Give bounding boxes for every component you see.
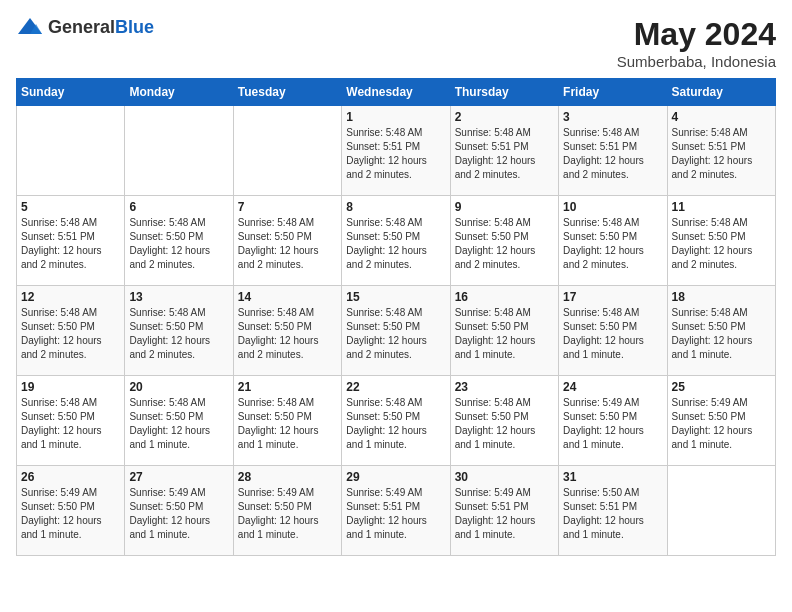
calendar-week-5: 26Sunrise: 5:49 AM Sunset: 5:50 PM Dayli… [17,466,776,556]
day-number: 17 [563,290,662,304]
calendar-cell: 10Sunrise: 5:48 AM Sunset: 5:50 PM Dayli… [559,196,667,286]
day-number: 6 [129,200,228,214]
calendar-cell: 21Sunrise: 5:48 AM Sunset: 5:50 PM Dayli… [233,376,341,466]
day-info: Sunrise: 5:48 AM Sunset: 5:51 PM Dayligh… [563,126,662,182]
day-info: Sunrise: 5:48 AM Sunset: 5:50 PM Dayligh… [21,396,120,452]
day-number: 5 [21,200,120,214]
day-number: 20 [129,380,228,394]
calendar-cell: 28Sunrise: 5:49 AM Sunset: 5:50 PM Dayli… [233,466,341,556]
day-number: 25 [672,380,771,394]
day-info: Sunrise: 5:48 AM Sunset: 5:50 PM Dayligh… [455,396,554,452]
day-number: 2 [455,110,554,124]
header-wednesday: Wednesday [342,79,450,106]
day-number: 15 [346,290,445,304]
header-tuesday: Tuesday [233,79,341,106]
calendar-cell: 3Sunrise: 5:48 AM Sunset: 5:51 PM Daylig… [559,106,667,196]
day-number: 3 [563,110,662,124]
calendar-cell: 15Sunrise: 5:48 AM Sunset: 5:50 PM Dayli… [342,286,450,376]
day-number: 18 [672,290,771,304]
day-number: 22 [346,380,445,394]
calendar-cell: 9Sunrise: 5:48 AM Sunset: 5:50 PM Daylig… [450,196,558,286]
logo-general: General [48,17,115,37]
title-area: May 2024 Sumberbaba, Indonesia [617,16,776,70]
calendar-cell [125,106,233,196]
day-info: Sunrise: 5:49 AM Sunset: 5:50 PM Dayligh… [129,486,228,542]
calendar-cell: 24Sunrise: 5:49 AM Sunset: 5:50 PM Dayli… [559,376,667,466]
day-info: Sunrise: 5:48 AM Sunset: 5:50 PM Dayligh… [129,216,228,272]
day-number: 26 [21,470,120,484]
calendar-cell: 12Sunrise: 5:48 AM Sunset: 5:50 PM Dayli… [17,286,125,376]
day-number: 29 [346,470,445,484]
month-title: May 2024 [617,16,776,53]
day-info: Sunrise: 5:48 AM Sunset: 5:51 PM Dayligh… [455,126,554,182]
day-number: 10 [563,200,662,214]
calendar-cell [17,106,125,196]
logo: GeneralBlue [16,16,154,38]
day-info: Sunrise: 5:48 AM Sunset: 5:50 PM Dayligh… [563,216,662,272]
day-number: 23 [455,380,554,394]
calendar-header-row: SundayMondayTuesdayWednesdayThursdayFrid… [17,79,776,106]
calendar-cell: 6Sunrise: 5:48 AM Sunset: 5:50 PM Daylig… [125,196,233,286]
calendar-cell: 1Sunrise: 5:48 AM Sunset: 5:51 PM Daylig… [342,106,450,196]
calendar-cell: 30Sunrise: 5:49 AM Sunset: 5:51 PM Dayli… [450,466,558,556]
calendar-cell: 4Sunrise: 5:48 AM Sunset: 5:51 PM Daylig… [667,106,775,196]
day-info: Sunrise: 5:48 AM Sunset: 5:50 PM Dayligh… [455,216,554,272]
calendar-cell: 26Sunrise: 5:49 AM Sunset: 5:50 PM Dayli… [17,466,125,556]
day-number: 11 [672,200,771,214]
day-info: Sunrise: 5:48 AM Sunset: 5:50 PM Dayligh… [563,306,662,362]
day-info: Sunrise: 5:49 AM Sunset: 5:50 PM Dayligh… [21,486,120,542]
calendar-week-2: 5Sunrise: 5:48 AM Sunset: 5:51 PM Daylig… [17,196,776,286]
calendar-cell: 19Sunrise: 5:48 AM Sunset: 5:50 PM Dayli… [17,376,125,466]
calendar-cell: 2Sunrise: 5:48 AM Sunset: 5:51 PM Daylig… [450,106,558,196]
day-number: 19 [21,380,120,394]
calendar-cell [233,106,341,196]
calendar-week-3: 12Sunrise: 5:48 AM Sunset: 5:50 PM Dayli… [17,286,776,376]
day-number: 7 [238,200,337,214]
day-info: Sunrise: 5:48 AM Sunset: 5:50 PM Dayligh… [346,396,445,452]
header: GeneralBlue May 2024 Sumberbaba, Indones… [16,16,776,70]
day-info: Sunrise: 5:48 AM Sunset: 5:51 PM Dayligh… [346,126,445,182]
calendar-cell: 27Sunrise: 5:49 AM Sunset: 5:50 PM Dayli… [125,466,233,556]
day-number: 4 [672,110,771,124]
day-number: 21 [238,380,337,394]
day-info: Sunrise: 5:49 AM Sunset: 5:50 PM Dayligh… [672,396,771,452]
header-monday: Monday [125,79,233,106]
calendar-cell [667,466,775,556]
calendar-cell: 7Sunrise: 5:48 AM Sunset: 5:50 PM Daylig… [233,196,341,286]
day-info: Sunrise: 5:48 AM Sunset: 5:50 PM Dayligh… [21,306,120,362]
day-info: Sunrise: 5:48 AM Sunset: 5:50 PM Dayligh… [238,306,337,362]
calendar-cell: 17Sunrise: 5:48 AM Sunset: 5:50 PM Dayli… [559,286,667,376]
day-number: 12 [21,290,120,304]
calendar-cell: 29Sunrise: 5:49 AM Sunset: 5:51 PM Dayli… [342,466,450,556]
calendar-week-4: 19Sunrise: 5:48 AM Sunset: 5:50 PM Dayli… [17,376,776,466]
day-info: Sunrise: 5:48 AM Sunset: 5:50 PM Dayligh… [129,396,228,452]
day-info: Sunrise: 5:49 AM Sunset: 5:51 PM Dayligh… [346,486,445,542]
day-number: 28 [238,470,337,484]
calendar-cell: 25Sunrise: 5:49 AM Sunset: 5:50 PM Dayli… [667,376,775,466]
header-thursday: Thursday [450,79,558,106]
calendar-cell: 22Sunrise: 5:48 AM Sunset: 5:50 PM Dayli… [342,376,450,466]
day-info: Sunrise: 5:48 AM Sunset: 5:50 PM Dayligh… [238,396,337,452]
calendar-cell: 13Sunrise: 5:48 AM Sunset: 5:50 PM Dayli… [125,286,233,376]
day-info: Sunrise: 5:50 AM Sunset: 5:51 PM Dayligh… [563,486,662,542]
header-sunday: Sunday [17,79,125,106]
calendar-cell: 16Sunrise: 5:48 AM Sunset: 5:50 PM Dayli… [450,286,558,376]
day-number: 27 [129,470,228,484]
day-info: Sunrise: 5:48 AM Sunset: 5:50 PM Dayligh… [346,306,445,362]
location-subtitle: Sumberbaba, Indonesia [617,53,776,70]
day-info: Sunrise: 5:49 AM Sunset: 5:50 PM Dayligh… [563,396,662,452]
day-number: 8 [346,200,445,214]
day-number: 16 [455,290,554,304]
calendar-cell: 20Sunrise: 5:48 AM Sunset: 5:50 PM Dayli… [125,376,233,466]
day-info: Sunrise: 5:48 AM Sunset: 5:50 PM Dayligh… [672,306,771,362]
day-info: Sunrise: 5:48 AM Sunset: 5:50 PM Dayligh… [455,306,554,362]
day-number: 24 [563,380,662,394]
calendar-cell: 14Sunrise: 5:48 AM Sunset: 5:50 PM Dayli… [233,286,341,376]
day-number: 13 [129,290,228,304]
calendar-cell: 5Sunrise: 5:48 AM Sunset: 5:51 PM Daylig… [17,196,125,286]
day-info: Sunrise: 5:49 AM Sunset: 5:50 PM Dayligh… [238,486,337,542]
day-info: Sunrise: 5:48 AM Sunset: 5:51 PM Dayligh… [21,216,120,272]
header-friday: Friday [559,79,667,106]
calendar-cell: 11Sunrise: 5:48 AM Sunset: 5:50 PM Dayli… [667,196,775,286]
logo-icon [16,16,44,38]
